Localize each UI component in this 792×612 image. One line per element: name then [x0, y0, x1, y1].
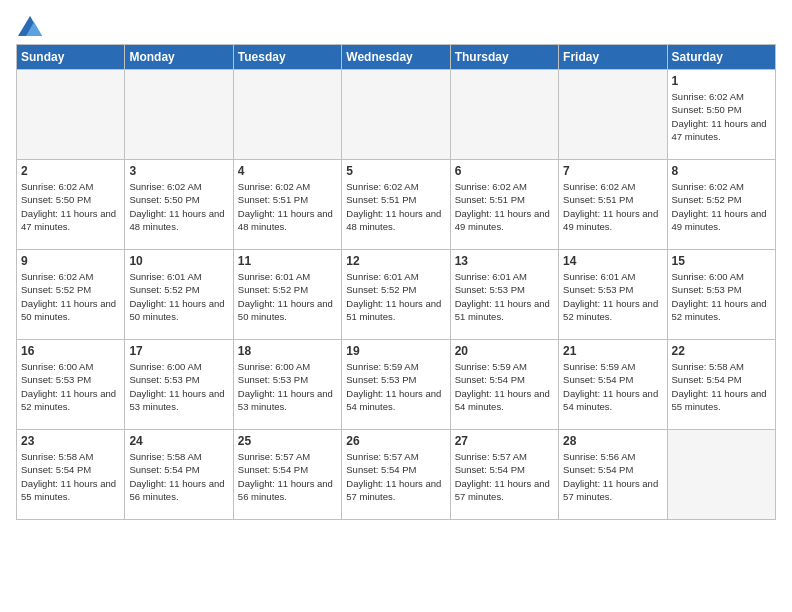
- day-number: 12: [346, 254, 445, 268]
- calendar-header-saturday: Saturday: [667, 45, 775, 70]
- day-number: 18: [238, 344, 337, 358]
- day-info: Sunrise: 5:59 AM Sunset: 5:53 PM Dayligh…: [346, 360, 445, 413]
- calendar-cell: 17Sunrise: 6:00 AM Sunset: 5:53 PM Dayli…: [125, 340, 233, 430]
- calendar: SundayMondayTuesdayWednesdayThursdayFrid…: [16, 44, 776, 520]
- day-number: 1: [672, 74, 771, 88]
- calendar-cell: 24Sunrise: 5:58 AM Sunset: 5:54 PM Dayli…: [125, 430, 233, 520]
- day-number: 3: [129, 164, 228, 178]
- calendar-cell: 5Sunrise: 6:02 AM Sunset: 5:51 PM Daylig…: [342, 160, 450, 250]
- logo: [16, 16, 42, 36]
- calendar-cell: 25Sunrise: 5:57 AM Sunset: 5:54 PM Dayli…: [233, 430, 341, 520]
- day-info: Sunrise: 6:02 AM Sunset: 5:50 PM Dayligh…: [21, 180, 120, 233]
- day-info: Sunrise: 6:00 AM Sunset: 5:53 PM Dayligh…: [21, 360, 120, 413]
- day-info: Sunrise: 5:59 AM Sunset: 5:54 PM Dayligh…: [563, 360, 662, 413]
- day-info: Sunrise: 5:58 AM Sunset: 5:54 PM Dayligh…: [129, 450, 228, 503]
- day-number: 15: [672, 254, 771, 268]
- day-info: Sunrise: 6:01 AM Sunset: 5:53 PM Dayligh…: [455, 270, 554, 323]
- calendar-cell: 8Sunrise: 6:02 AM Sunset: 5:52 PM Daylig…: [667, 160, 775, 250]
- day-info: Sunrise: 6:02 AM Sunset: 5:50 PM Dayligh…: [672, 90, 771, 143]
- day-info: Sunrise: 6:02 AM Sunset: 5:51 PM Dayligh…: [455, 180, 554, 233]
- calendar-header-wednesday: Wednesday: [342, 45, 450, 70]
- calendar-cell: [233, 70, 341, 160]
- day-number: 17: [129, 344, 228, 358]
- day-number: 22: [672, 344, 771, 358]
- day-number: 16: [21, 344, 120, 358]
- calendar-cell: 13Sunrise: 6:01 AM Sunset: 5:53 PM Dayli…: [450, 250, 558, 340]
- day-info: Sunrise: 6:02 AM Sunset: 5:51 PM Dayligh…: [346, 180, 445, 233]
- calendar-cell: 12Sunrise: 6:01 AM Sunset: 5:52 PM Dayli…: [342, 250, 450, 340]
- calendar-cell: 20Sunrise: 5:59 AM Sunset: 5:54 PM Dayli…: [450, 340, 558, 430]
- day-number: 19: [346, 344, 445, 358]
- day-number: 6: [455, 164, 554, 178]
- calendar-cell: 4Sunrise: 6:02 AM Sunset: 5:51 PM Daylig…: [233, 160, 341, 250]
- day-number: 7: [563, 164, 662, 178]
- day-info: Sunrise: 6:01 AM Sunset: 5:52 PM Dayligh…: [238, 270, 337, 323]
- calendar-header-friday: Friday: [559, 45, 667, 70]
- day-info: Sunrise: 6:01 AM Sunset: 5:52 PM Dayligh…: [346, 270, 445, 323]
- day-number: 26: [346, 434, 445, 448]
- day-number: 28: [563, 434, 662, 448]
- calendar-week-1: 1Sunrise: 6:02 AM Sunset: 5:50 PM Daylig…: [17, 70, 776, 160]
- calendar-cell: [667, 430, 775, 520]
- day-info: Sunrise: 5:57 AM Sunset: 5:54 PM Dayligh…: [238, 450, 337, 503]
- day-info: Sunrise: 5:58 AM Sunset: 5:54 PM Dayligh…: [672, 360, 771, 413]
- day-info: Sunrise: 6:01 AM Sunset: 5:53 PM Dayligh…: [563, 270, 662, 323]
- calendar-cell: [450, 70, 558, 160]
- day-number: 20: [455, 344, 554, 358]
- day-info: Sunrise: 6:01 AM Sunset: 5:52 PM Dayligh…: [129, 270, 228, 323]
- day-number: 25: [238, 434, 337, 448]
- calendar-header-row: SundayMondayTuesdayWednesdayThursdayFrid…: [17, 45, 776, 70]
- calendar-cell: 28Sunrise: 5:56 AM Sunset: 5:54 PM Dayli…: [559, 430, 667, 520]
- day-info: Sunrise: 6:02 AM Sunset: 5:52 PM Dayligh…: [672, 180, 771, 233]
- day-number: 27: [455, 434, 554, 448]
- day-info: Sunrise: 5:58 AM Sunset: 5:54 PM Dayligh…: [21, 450, 120, 503]
- day-info: Sunrise: 6:00 AM Sunset: 5:53 PM Dayligh…: [672, 270, 771, 323]
- day-info: Sunrise: 6:02 AM Sunset: 5:51 PM Dayligh…: [563, 180, 662, 233]
- calendar-cell: 27Sunrise: 5:57 AM Sunset: 5:54 PM Dayli…: [450, 430, 558, 520]
- day-info: Sunrise: 5:59 AM Sunset: 5:54 PM Dayligh…: [455, 360, 554, 413]
- calendar-cell: 16Sunrise: 6:00 AM Sunset: 5:53 PM Dayli…: [17, 340, 125, 430]
- day-info: Sunrise: 6:02 AM Sunset: 5:52 PM Dayligh…: [21, 270, 120, 323]
- calendar-cell: 22Sunrise: 5:58 AM Sunset: 5:54 PM Dayli…: [667, 340, 775, 430]
- day-info: Sunrise: 5:57 AM Sunset: 5:54 PM Dayligh…: [346, 450, 445, 503]
- calendar-week-4: 16Sunrise: 6:00 AM Sunset: 5:53 PM Dayli…: [17, 340, 776, 430]
- day-number: 10: [129, 254, 228, 268]
- calendar-cell: [125, 70, 233, 160]
- calendar-cell: 14Sunrise: 6:01 AM Sunset: 5:53 PM Dayli…: [559, 250, 667, 340]
- calendar-header-sunday: Sunday: [17, 45, 125, 70]
- day-number: 13: [455, 254, 554, 268]
- calendar-cell: 23Sunrise: 5:58 AM Sunset: 5:54 PM Dayli…: [17, 430, 125, 520]
- calendar-cell: 11Sunrise: 6:01 AM Sunset: 5:52 PM Dayli…: [233, 250, 341, 340]
- day-info: Sunrise: 6:02 AM Sunset: 5:51 PM Dayligh…: [238, 180, 337, 233]
- day-number: 5: [346, 164, 445, 178]
- day-info: Sunrise: 6:00 AM Sunset: 5:53 PM Dayligh…: [238, 360, 337, 413]
- day-info: Sunrise: 6:00 AM Sunset: 5:53 PM Dayligh…: [129, 360, 228, 413]
- logo-icon: [18, 16, 42, 36]
- header: [16, 16, 776, 36]
- calendar-header-tuesday: Tuesday: [233, 45, 341, 70]
- calendar-cell: 15Sunrise: 6:00 AM Sunset: 5:53 PM Dayli…: [667, 250, 775, 340]
- calendar-cell: 10Sunrise: 6:01 AM Sunset: 5:52 PM Dayli…: [125, 250, 233, 340]
- day-info: Sunrise: 5:56 AM Sunset: 5:54 PM Dayligh…: [563, 450, 662, 503]
- day-number: 11: [238, 254, 337, 268]
- calendar-cell: 9Sunrise: 6:02 AM Sunset: 5:52 PM Daylig…: [17, 250, 125, 340]
- day-number: 24: [129, 434, 228, 448]
- day-number: 4: [238, 164, 337, 178]
- calendar-cell: 3Sunrise: 6:02 AM Sunset: 5:50 PM Daylig…: [125, 160, 233, 250]
- calendar-cell: 6Sunrise: 6:02 AM Sunset: 5:51 PM Daylig…: [450, 160, 558, 250]
- day-number: 23: [21, 434, 120, 448]
- calendar-week-3: 9Sunrise: 6:02 AM Sunset: 5:52 PM Daylig…: [17, 250, 776, 340]
- day-info: Sunrise: 5:57 AM Sunset: 5:54 PM Dayligh…: [455, 450, 554, 503]
- calendar-cell: 2Sunrise: 6:02 AM Sunset: 5:50 PM Daylig…: [17, 160, 125, 250]
- calendar-cell: 21Sunrise: 5:59 AM Sunset: 5:54 PM Dayli…: [559, 340, 667, 430]
- calendar-cell: 1Sunrise: 6:02 AM Sunset: 5:50 PM Daylig…: [667, 70, 775, 160]
- calendar-cell: [342, 70, 450, 160]
- day-number: 8: [672, 164, 771, 178]
- day-number: 21: [563, 344, 662, 358]
- calendar-week-2: 2Sunrise: 6:02 AM Sunset: 5:50 PM Daylig…: [17, 160, 776, 250]
- day-info: Sunrise: 6:02 AM Sunset: 5:50 PM Dayligh…: [129, 180, 228, 233]
- day-number: 9: [21, 254, 120, 268]
- calendar-cell: 26Sunrise: 5:57 AM Sunset: 5:54 PM Dayli…: [342, 430, 450, 520]
- calendar-cell: [559, 70, 667, 160]
- day-number: 2: [21, 164, 120, 178]
